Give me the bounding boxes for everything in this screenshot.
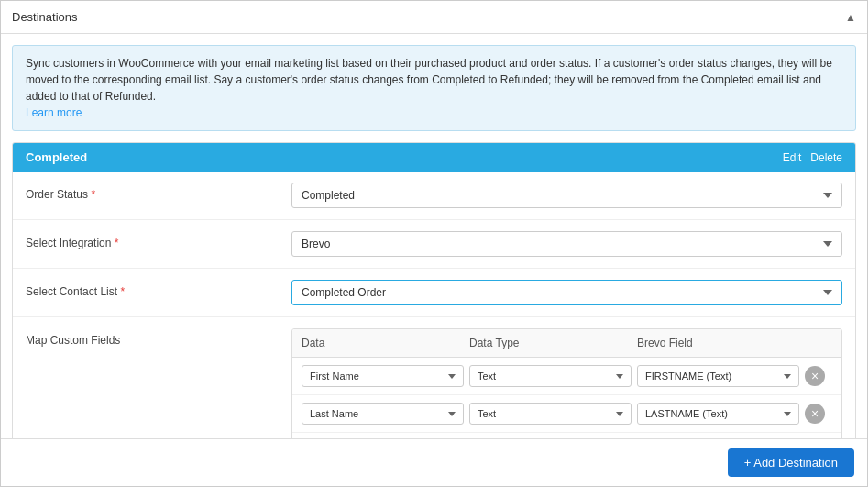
data-type-select-1[interactable]: Text Number Date [469,365,632,387]
select-contact-list-required: * [120,285,125,298]
col-data-type-header: Data Type [469,337,637,349]
remove-row-2-button[interactable]: × [805,404,825,424]
learn-more-link[interactable]: Learn more [26,106,82,119]
select-contact-list-select[interactable]: Completed Order New Subscribers VIP Cust… [291,280,842,305]
map-custom-fields-row: Map Custom Fields Data Data Type Brevo F… [13,317,855,438]
col-data-header: Data [302,337,469,349]
form-section: Order Status * Completed Processing Refu… [13,172,855,438]
order-status-select[interactable]: Completed Processing Refunded Cancelled … [291,183,842,208]
select-contact-list-label: Select Contact List * [26,280,291,298]
map-fields-table: Data Data Type Brevo Field First Name La… [291,328,842,438]
remove-row-1-button[interactable]: × [805,366,825,386]
map-fields-header: Data Data Type Brevo Field [292,329,841,358]
data-select-2[interactable]: First Name Last Name Email Phone [302,403,464,425]
map-fields-row: First Name Last Name Email Phone Text Nu… [292,395,841,433]
col-brevo-field-header: Brevo Field [637,337,805,349]
order-status-row: Order Status * Completed Processing Refu… [13,172,855,220]
order-status-label: Order Status * [26,183,291,201]
delete-button[interactable]: Delete [810,151,842,164]
main-container: Destinations ▲ Sync customers in WooComm… [0,0,868,487]
panel-header: Destinations ▲ [1,1,867,34]
destination-block: Completed Edit Delete Order Status * [12,142,856,438]
brevo-field-select-2[interactable]: FIRSTNAME (Text) LASTNAME (Text) EMAIL (… [637,403,799,425]
order-status-control: Completed Processing Refunded Cancelled … [291,183,842,208]
panel-title: Destinations [12,10,78,24]
select-integration-required: * [115,237,119,249]
map-custom-fields-control: Data Data Type Brevo Field First Name La… [291,328,842,438]
destination-title: Completed [26,150,87,164]
panel-footer: + Add Destination [1,438,867,486]
map-fields-row: First Name Last Name Email Phone Text Nu… [292,358,841,395]
destination-header: Completed Edit Delete [13,143,855,172]
edit-button[interactable]: Edit [783,151,802,164]
col-action-header [805,337,832,349]
info-box: Sync customers in WooCommerce with your … [12,45,856,131]
select-integration-select[interactable]: Brevo Mailchimp ActiveCampaign [291,231,842,257]
select-integration-label: Select Integration * [26,231,291,249]
select-integration-row: Select Integration * Brevo Mailchimp Act… [13,220,855,269]
brevo-field-select-1[interactable]: FIRSTNAME (Text) LASTNAME (Text) EMAIL (… [637,365,799,387]
data-type-select-2[interactable]: Text Number Date [469,403,632,425]
map-custom-fields-label: Map Custom Fields [26,328,291,347]
info-text: Sync customers in WooCommerce with your … [26,57,832,103]
destination-header-actions: Edit Delete [783,151,842,164]
panel-body: Sync customers in WooCommerce with your … [1,34,867,438]
select-contact-list-control: Completed Order New Subscribers VIP Cust… [291,280,842,305]
select-integration-control: Brevo Mailchimp ActiveCampaign [291,231,842,257]
order-status-required: * [91,188,95,201]
data-select-1[interactable]: First Name Last Name Email Phone [302,365,464,387]
panel-collapse-button[interactable]: ▲ [845,11,856,24]
select-contact-list-row: Select Contact List * Completed Order Ne… [13,269,855,317]
add-destination-button[interactable]: + Add Destination [728,448,854,477]
